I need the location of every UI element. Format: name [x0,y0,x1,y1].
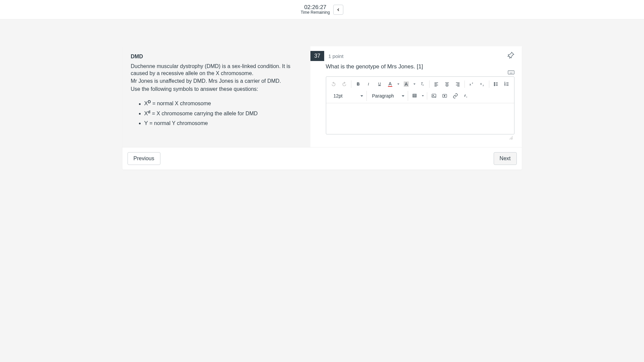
align-center-icon [444,81,450,87]
timer-text: 02:26:27 Time Remaining [301,4,330,15]
highlight-dropdown[interactable] [412,79,417,89]
redo-button[interactable] [339,79,350,89]
undo-button[interactable] [328,79,339,89]
answer-textarea[interactable] [326,103,514,134]
svg-point-28 [494,82,495,83]
align-center-button[interactable] [442,79,452,89]
svg-point-29 [494,84,495,84]
svg-text:B: B [357,82,360,86]
symbol-item: Y = normal Y chromosome [144,119,302,128]
timer-value: 02:26:27 [304,4,326,11]
table-button[interactable] [409,91,420,101]
svg-text:2: 2 [472,82,473,84]
toolbar-separator [464,80,465,88]
chevron-left-icon [336,7,341,12]
svg-line-53 [512,139,513,139]
symbol-list: XD = normal X chromosome Xd = X chromoso… [131,99,302,128]
keyboard-icon [508,70,514,75]
equation-button[interactable]: fx [461,91,472,101]
question-panel: 37 1 point What is the genotype of Mrs J… [310,46,522,147]
bullet-list-button[interactable] [491,79,501,89]
svg-text:U: U [378,82,381,86]
align-left-icon [434,81,439,87]
image-icon [431,93,437,99]
keyboard-button[interactable] [508,70,514,75]
blockformat-wrap: Paragraph [368,91,408,101]
subscript-button[interactable]: x2 [477,79,488,89]
svg-text:f: f [464,94,465,98]
stimulus-panel: DMD Duchenne muscular dystrophy (DMD) is… [122,46,310,147]
media-button[interactable] [439,91,450,101]
superscript-button[interactable]: x2 [466,79,477,89]
equation-icon: fx [463,93,469,99]
underline-icon: U [377,81,382,87]
stimulus-paragraph-2: Mr Jones is unaffected by DMD. Mrs Jones… [131,78,302,85]
subscript-icon: x2 [480,81,485,87]
link-button[interactable] [450,91,461,101]
quiz-card: DMD Duchenne muscular dystrophy (DMD) is… [122,46,522,170]
toolbar-row-1: B I U A A Tx x2 x2 12 [326,77,514,90]
top-header: 02:26:27 Time Remaining [0,0,644,19]
toolbar-separator [427,92,427,100]
symbol-item: Xd = X chromosome carrying the allele fo… [144,109,302,118]
link-icon [453,93,458,99]
symbol-item: XD = normal X chromosome [144,99,302,108]
clear-format-button[interactable]: Tx [417,79,428,89]
fontsize-wrap: 12pt [330,91,367,101]
svg-text:x: x [480,82,482,85]
text-color-dropdown[interactable] [396,79,401,89]
text-color-button[interactable]: A [385,79,396,89]
question-number-badge: 37 [310,51,325,61]
previous-button[interactable]: Previous [128,152,160,165]
number-list-button[interactable]: 123 [501,79,512,89]
fontsize-dropdown[interactable]: 12pt [330,91,366,101]
resize-handle[interactable] [326,134,514,140]
highlight-button[interactable]: A [401,79,412,89]
stimulus-paragraph-1: Duchenne muscular dystrophy (DMD) is a s… [131,63,302,77]
underline-button[interactable]: U [374,79,385,89]
pin-button[interactable] [507,52,514,59]
number-list-icon: 123 [504,81,509,87]
align-left-button[interactable] [431,79,442,89]
timer: 02:26:27 Time Remaining [301,4,343,15]
svg-point-30 [494,85,495,86]
timer-collapse-button[interactable] [333,5,343,15]
table-dropdown[interactable] [420,91,426,101]
stimulus-instruction: Use the following symbols to answer thes… [131,86,302,93]
svg-rect-0 [508,71,514,74]
blockformat-dropdown[interactable]: Paragraph [368,91,408,101]
media-icon [442,93,447,99]
svg-text:x: x [469,83,471,86]
pin-icon [507,52,514,59]
svg-text:2: 2 [483,84,484,86]
highlight-icon: A [404,81,409,87]
svg-rect-40 [413,94,416,97]
toolbar-separator [429,80,430,88]
toolbar-separator [351,80,351,88]
bold-icon: B [355,81,361,87]
align-right-button[interactable] [452,79,463,89]
svg-text:I: I [368,82,369,86]
next-button[interactable]: Next [494,152,517,165]
image-button[interactable] [429,91,439,101]
text-color-icon: A [388,81,392,87]
clear-format-icon: Tx [420,81,425,87]
question-text: What is the genotype of Mrs Jones. [1] [326,63,514,70]
content-row: DMD Duchenne muscular dystrophy (DMD) is… [122,46,522,147]
superscript-icon: x2 [469,81,474,87]
toolbar-separator [489,80,489,88]
svg-text:x: x [466,96,467,98]
svg-marker-48 [444,95,445,97]
bold-button[interactable]: B [353,79,363,89]
nav-footer: Previous Next [122,147,522,170]
undo-icon [331,81,336,87]
table-icon [412,93,417,99]
italic-button[interactable]: I [363,79,374,89]
bullet-list-icon [493,81,499,87]
rich-text-editor: B I U A A Tx x2 x2 12 [326,76,514,134]
svg-text:x: x [423,84,424,86]
question-header: 37 1 point [310,51,514,61]
toolbar-row-2: 12pt Paragraph fx [326,90,514,103]
resize-icon [509,136,513,140]
question-points: 1 point [328,53,343,59]
